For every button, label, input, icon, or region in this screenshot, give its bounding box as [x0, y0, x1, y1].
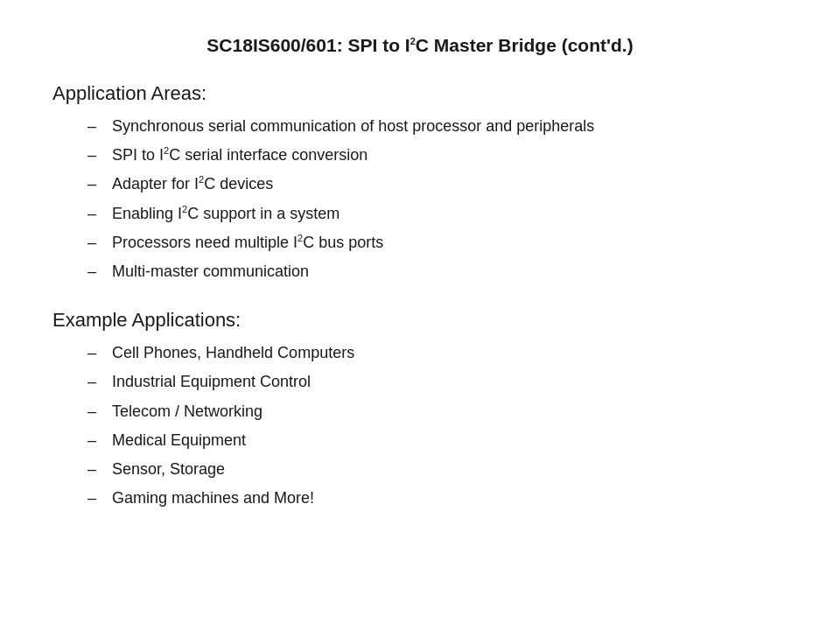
- list-item-text: Gaming machines and More!: [112, 487, 314, 509]
- list-item-text: Telecom / Networking: [112, 401, 262, 423]
- bullet-dash: –: [88, 430, 112, 452]
- list-item: – Medical Equipment: [88, 430, 788, 452]
- list-item-text: Adapter for I2C devices: [112, 173, 273, 195]
- bullet-dash: –: [88, 203, 112, 225]
- list-item: – Synchronous serial communication of ho…: [88, 116, 788, 137]
- list-item-text: Cell Phones, Handheld Computers: [112, 342, 354, 364]
- list-item-text: Industrial Equipment Control: [112, 371, 311, 393]
- section-application-areas: Application Areas: – Synchronous serial …: [52, 82, 788, 309]
- page-title: SC18IS600/601: SPI to I2C Master Bridge …: [52, 35, 788, 56]
- list-item: – Industrial Equipment Control: [88, 371, 788, 393]
- list-item-text: Enabling I2C support in a system: [112, 203, 340, 225]
- list-item-text: Synchronous serial communication of host…: [112, 116, 594, 137]
- bullet-dash: –: [88, 371, 112, 393]
- example-applications-list: – Cell Phones, Handheld Computers – Indu…: [88, 342, 788, 509]
- list-item: – Multi-master communication: [88, 261, 788, 283]
- list-item-text: Sensor, Storage: [112, 458, 225, 480]
- bullet-dash: –: [88, 401, 112, 423]
- list-item: – Enabling I2C support in a system: [88, 203, 788, 225]
- bullet-dash: –: [88, 342, 112, 364]
- list-item: – Gaming machines and More!: [88, 487, 788, 509]
- bullet-dash: –: [88, 116, 112, 137]
- list-item-text: Medical Equipment: [112, 430, 246, 452]
- application-areas-heading: Application Areas:: [52, 82, 788, 105]
- list-item: – SPI to I2C serial interface conversion: [88, 144, 788, 166]
- list-item: – Cell Phones, Handheld Computers: [88, 342, 788, 364]
- application-areas-list: – Synchronous serial communication of ho…: [88, 116, 788, 283]
- list-item: – Sensor, Storage: [88, 458, 788, 480]
- list-item-text: SPI to I2C serial interface conversion: [112, 144, 368, 166]
- list-item: – Telecom / Networking: [88, 401, 788, 423]
- bullet-dash: –: [88, 261, 112, 283]
- section-example-applications: Example Applications: – Cell Phones, Han…: [52, 309, 788, 536]
- list-item: – Processors need multiple I2C bus ports: [88, 232, 788, 254]
- example-applications-heading: Example Applications:: [52, 309, 788, 332]
- bullet-dash: –: [88, 173, 112, 195]
- list-item-text: Processors need multiple I2C bus ports: [112, 232, 383, 254]
- bullet-dash: –: [88, 232, 112, 254]
- bullet-dash: –: [88, 487, 112, 509]
- list-item: – Adapter for I2C devices: [88, 173, 788, 195]
- bullet-dash: –: [88, 144, 112, 166]
- list-item-text: Multi-master communication: [112, 261, 309, 283]
- bullet-dash: –: [88, 458, 112, 480]
- page: SC18IS600/601: SPI to I2C Master Bridge …: [0, 0, 840, 630]
